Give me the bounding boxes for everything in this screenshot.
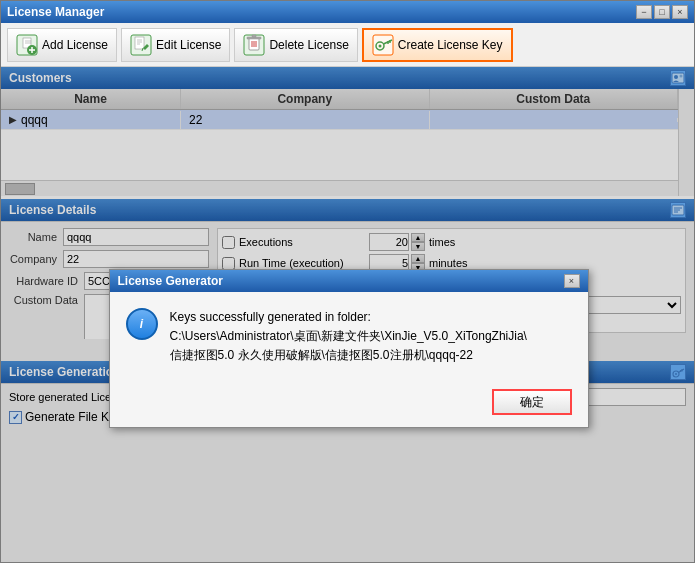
dialog-body: i Keys successfully generated in folder:… (110, 292, 588, 382)
svg-point-22 (378, 44, 381, 47)
create-license-key-icon (372, 34, 394, 56)
info-icon: i (126, 308, 158, 340)
dialog-msg-line2: C:\Users\Administrator\桌面\新建文件夹\XinJie_V… (170, 329, 527, 343)
license-generator-dialog: License Generator × i Keys successfully … (109, 269, 589, 429)
main-content: Customers Name Company Custom Data (1, 67, 694, 562)
svg-rect-8 (135, 37, 144, 49)
title-bar-controls: − □ × (636, 5, 688, 19)
delete-license-button[interactable]: Delete License (234, 28, 357, 62)
edit-license-icon (130, 34, 152, 56)
window-title: License Manager (7, 5, 104, 19)
add-license-icon (16, 34, 38, 56)
dialog-overlay: License Generator × i Keys successfully … (1, 67, 694, 562)
dialog-msg-line1: Keys successfully generated in folder: (170, 310, 371, 324)
toolbar: Add License Edit License (1, 23, 694, 67)
edit-license-button[interactable]: Edit License (121, 28, 230, 62)
dialog-msg-line3: 信捷抠图5.0 永久使用破解版\信捷抠图5.0注册机\qqqq-22 (170, 348, 473, 362)
close-button[interactable]: × (672, 5, 688, 19)
info-icon-text: i (140, 317, 143, 331)
ok-button[interactable]: 确定 (492, 389, 572, 415)
delete-license-label: Delete License (269, 38, 348, 52)
main-window: License Manager − □ × Add License (0, 0, 695, 563)
dialog-close-button[interactable]: × (564, 274, 580, 288)
dialog-title-bar: License Generator × (110, 270, 588, 292)
create-license-key-label: Create License Key (398, 38, 503, 52)
maximize-button[interactable]: □ (654, 5, 670, 19)
delete-license-icon (243, 34, 265, 56)
create-license-key-button[interactable]: Create License Key (362, 28, 513, 62)
dialog-message: Keys successfully generated in folder: C… (170, 308, 572, 366)
minimize-button[interactable]: − (636, 5, 652, 19)
edit-license-label: Edit License (156, 38, 221, 52)
svg-rect-18 (247, 37, 261, 39)
svg-rect-19 (252, 35, 256, 37)
title-bar: License Manager − □ × (1, 1, 694, 23)
dialog-footer: 确定 (110, 381, 588, 427)
add-license-button[interactable]: Add License (7, 28, 117, 62)
dialog-title-text: License Generator (118, 274, 223, 288)
add-license-label: Add License (42, 38, 108, 52)
